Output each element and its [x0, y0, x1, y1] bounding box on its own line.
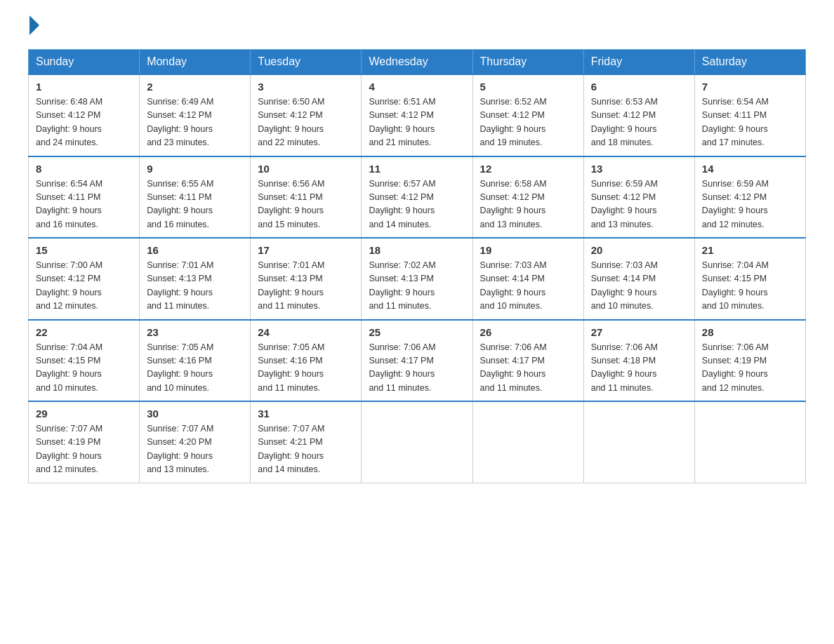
calendar-cell: 30 Sunrise: 7:07 AMSunset: 4:20 PMDaylig…: [140, 401, 251, 483]
day-number: 9: [147, 163, 243, 175]
weekday-header-thursday: Thursday: [472, 50, 583, 75]
day-number: 21: [702, 244, 798, 256]
day-info: Sunrise: 6:57 AMSunset: 4:12 PMDaylight:…: [369, 177, 465, 232]
calendar-week-row: 22 Sunrise: 7:04 AMSunset: 4:15 PMDaylig…: [29, 320, 806, 402]
day-number: 23: [147, 326, 243, 338]
calendar-cell: 18 Sunrise: 7:02 AMSunset: 4:13 PMDaylig…: [362, 238, 472, 320]
day-number: 2: [147, 81, 243, 93]
calendar-week-row: 1 Sunrise: 6:48 AMSunset: 4:12 PMDayligh…: [29, 74, 806, 156]
day-number: 25: [369, 326, 465, 338]
weekday-header-wednesday: Wednesday: [362, 50, 472, 75]
day-info: Sunrise: 6:54 AMSunset: 4:11 PMDaylight:…: [702, 95, 798, 150]
day-info: Sunrise: 7:03 AMSunset: 4:14 PMDaylight:…: [591, 259, 687, 314]
day-info: Sunrise: 6:50 AMSunset: 4:12 PMDaylight:…: [258, 95, 354, 150]
day-number: 26: [480, 326, 576, 338]
calendar-cell: 28 Sunrise: 7:06 AMSunset: 4:19 PMDaylig…: [694, 320, 805, 402]
calendar-cell: 2 Sunrise: 6:49 AMSunset: 4:12 PMDayligh…: [140, 74, 251, 156]
calendar-cell: 8 Sunrise: 6:54 AMSunset: 4:11 PMDayligh…: [29, 156, 140, 239]
day-info: Sunrise: 7:01 AMSunset: 4:13 PMDaylight:…: [258, 259, 354, 314]
day-info: Sunrise: 7:04 AMSunset: 4:15 PMDaylight:…: [702, 259, 798, 314]
day-number: 14: [702, 163, 798, 175]
day-info: Sunrise: 6:48 AMSunset: 4:12 PMDaylight:…: [36, 95, 132, 150]
calendar-cell: [583, 401, 694, 483]
day-info: Sunrise: 6:49 AMSunset: 4:12 PMDaylight:…: [147, 95, 243, 150]
calendar-cell: 31 Sunrise: 7:07 AMSunset: 4:21 PMDaylig…: [251, 401, 362, 483]
logo: [28, 21, 39, 35]
day-number: 19: [480, 244, 576, 256]
weekday-header-friday: Friday: [583, 50, 694, 75]
calendar-table: SundayMondayTuesdayWednesdayThursdayFrid…: [28, 49, 806, 483]
day-info: Sunrise: 6:54 AMSunset: 4:11 PMDaylight:…: [36, 177, 132, 232]
day-number: 16: [147, 244, 243, 256]
weekday-header-tuesday: Tuesday: [251, 50, 362, 75]
logo-arrow-icon: [29, 15, 39, 35]
day-number: 11: [369, 163, 465, 175]
calendar-cell: 24 Sunrise: 7:05 AMSunset: 4:16 PMDaylig…: [251, 320, 362, 402]
calendar-cell: [472, 401, 583, 483]
day-number: 31: [258, 408, 354, 420]
calendar-cell: 1 Sunrise: 6:48 AMSunset: 4:12 PMDayligh…: [29, 74, 140, 156]
calendar-cell: 23 Sunrise: 7:05 AMSunset: 4:16 PMDaylig…: [140, 320, 251, 402]
day-number: 22: [36, 326, 132, 338]
day-info: Sunrise: 7:06 AMSunset: 4:17 PMDaylight:…: [369, 341, 465, 396]
calendar-cell: 4 Sunrise: 6:51 AMSunset: 4:12 PMDayligh…: [362, 74, 472, 156]
day-info: Sunrise: 6:52 AMSunset: 4:12 PMDaylight:…: [480, 95, 576, 150]
day-number: 27: [591, 326, 687, 338]
calendar-cell: 5 Sunrise: 6:52 AMSunset: 4:12 PMDayligh…: [472, 74, 583, 156]
calendar-week-row: 29 Sunrise: 7:07 AMSunset: 4:19 PMDaylig…: [29, 401, 806, 483]
day-number: 6: [591, 81, 687, 93]
day-info: Sunrise: 7:05 AMSunset: 4:16 PMDaylight:…: [258, 341, 354, 396]
day-info: Sunrise: 6:58 AMSunset: 4:12 PMDaylight:…: [480, 177, 576, 232]
day-number: 20: [591, 244, 687, 256]
page-header: [28, 21, 806, 35]
day-number: 10: [258, 163, 354, 175]
calendar-cell: 11 Sunrise: 6:57 AMSunset: 4:12 PMDaylig…: [362, 156, 472, 239]
day-number: 13: [591, 163, 687, 175]
calendar-cell: 26 Sunrise: 7:06 AMSunset: 4:17 PMDaylig…: [472, 320, 583, 402]
day-number: 7: [702, 81, 798, 93]
weekday-header-monday: Monday: [140, 50, 251, 75]
calendar-cell: 27 Sunrise: 7:06 AMSunset: 4:18 PMDaylig…: [583, 320, 694, 402]
day-number: 18: [369, 244, 465, 256]
day-info: Sunrise: 7:04 AMSunset: 4:15 PMDaylight:…: [36, 341, 132, 396]
day-info: Sunrise: 7:05 AMSunset: 4:16 PMDaylight:…: [147, 341, 243, 396]
day-number: 5: [480, 81, 576, 93]
day-info: Sunrise: 6:55 AMSunset: 4:11 PMDaylight:…: [147, 177, 243, 232]
calendar-cell: 9 Sunrise: 6:55 AMSunset: 4:11 PMDayligh…: [140, 156, 251, 239]
calendar-week-row: 8 Sunrise: 6:54 AMSunset: 4:11 PMDayligh…: [29, 156, 806, 239]
day-info: Sunrise: 6:56 AMSunset: 4:11 PMDaylight:…: [258, 177, 354, 232]
calendar-cell: 15 Sunrise: 7:00 AMSunset: 4:12 PMDaylig…: [29, 238, 140, 320]
calendar-cell: 6 Sunrise: 6:53 AMSunset: 4:12 PMDayligh…: [583, 74, 694, 156]
day-info: Sunrise: 7:06 AMSunset: 4:17 PMDaylight:…: [480, 341, 576, 396]
weekday-header-row: SundayMondayTuesdayWednesdayThursdayFrid…: [29, 50, 806, 75]
calendar-cell: 7 Sunrise: 6:54 AMSunset: 4:11 PMDayligh…: [694, 74, 805, 156]
day-info: Sunrise: 7:06 AMSunset: 4:18 PMDaylight:…: [591, 341, 687, 396]
calendar-cell: 12 Sunrise: 6:58 AMSunset: 4:12 PMDaylig…: [472, 156, 583, 239]
calendar-cell: 20 Sunrise: 7:03 AMSunset: 4:14 PMDaylig…: [583, 238, 694, 320]
calendar-week-row: 15 Sunrise: 7:00 AMSunset: 4:12 PMDaylig…: [29, 238, 806, 320]
day-number: 15: [36, 244, 132, 256]
day-info: Sunrise: 7:01 AMSunset: 4:13 PMDaylight:…: [147, 259, 243, 314]
calendar-cell: 17 Sunrise: 7:01 AMSunset: 4:13 PMDaylig…: [251, 238, 362, 320]
day-number: 17: [258, 244, 354, 256]
calendar-cell: 13 Sunrise: 6:59 AMSunset: 4:12 PMDaylig…: [583, 156, 694, 239]
day-number: 1: [36, 81, 132, 93]
weekday-header-saturday: Saturday: [694, 50, 805, 75]
calendar-cell: [362, 401, 472, 483]
day-info: Sunrise: 6:53 AMSunset: 4:12 PMDaylight:…: [591, 95, 687, 150]
day-info: Sunrise: 7:02 AMSunset: 4:13 PMDaylight:…: [369, 259, 465, 314]
calendar-cell: 19 Sunrise: 7:03 AMSunset: 4:14 PMDaylig…: [472, 238, 583, 320]
calendar-cell: 10 Sunrise: 6:56 AMSunset: 4:11 PMDaylig…: [251, 156, 362, 239]
day-number: 29: [36, 408, 132, 420]
day-number: 24: [258, 326, 354, 338]
calendar-cell: 14 Sunrise: 6:59 AMSunset: 4:12 PMDaylig…: [694, 156, 805, 239]
day-number: 12: [480, 163, 576, 175]
day-number: 3: [258, 81, 354, 93]
day-info: Sunrise: 7:07 AMSunset: 4:21 PMDaylight:…: [258, 422, 354, 477]
day-info: Sunrise: 6:59 AMSunset: 4:12 PMDaylight:…: [702, 177, 798, 232]
calendar-cell: 16 Sunrise: 7:01 AMSunset: 4:13 PMDaylig…: [140, 238, 251, 320]
day-number: 28: [702, 326, 798, 338]
calendar-cell: 3 Sunrise: 6:50 AMSunset: 4:12 PMDayligh…: [251, 74, 362, 156]
day-number: 30: [147, 408, 243, 420]
day-info: Sunrise: 6:59 AMSunset: 4:12 PMDaylight:…: [591, 177, 687, 232]
